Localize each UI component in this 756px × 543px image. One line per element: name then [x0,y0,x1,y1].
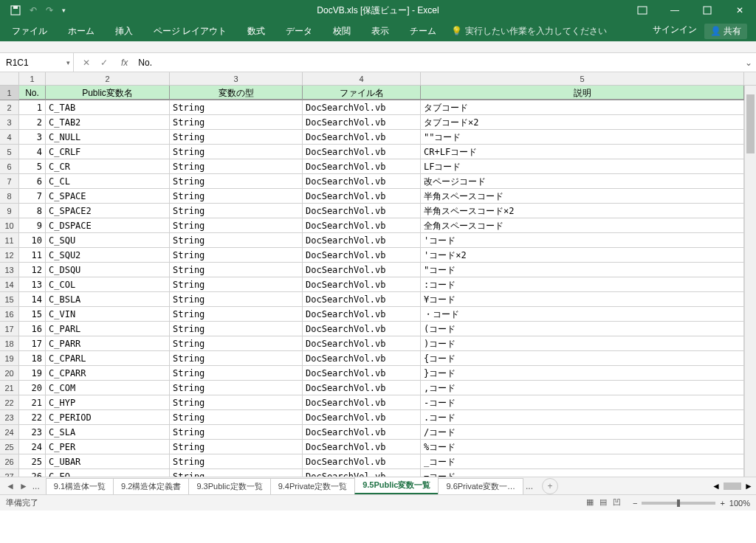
cell[interactable]: String [170,159,303,173]
scroll-right-icon[interactable]: ► [744,481,753,491]
cell[interactable]: DocSearchVol.vb [303,159,421,173]
row-header[interactable]: 14 [0,277,19,291]
cell[interactable]: DocSearchVol.vb [303,395,421,409]
cell[interactable]: 6 [19,174,46,188]
cell[interactable]: DocSearchVol.vb [303,145,421,159]
cell[interactable]: C_SQU2 [46,248,170,262]
row-header[interactable]: 6 [0,159,19,173]
row-header[interactable]: 18 [0,336,19,350]
row-header[interactable]: 1 [0,86,19,100]
cell[interactable]: CR+LFコード [421,145,744,159]
cell[interactable]: C_DSQU [46,263,170,277]
column-header[interactable]: 4 [303,72,421,85]
row-header[interactable]: 23 [0,410,19,424]
horizontal-scrollbar[interactable]: ◄ ► [712,481,756,491]
ribbon-tab[interactable]: ファイル [1,21,58,41]
cell[interactable]: _コード [421,454,744,468]
cell[interactable]: DocSearchVol.vb [303,204,421,218]
page-break-view-icon[interactable]: 凹 [613,497,621,508]
row-header[interactable]: 3 [0,115,19,129]
signin-link[interactable]: サインイン [653,24,697,39]
ribbon-tab[interactable]: ページ レイアウト [143,21,237,41]
row-header[interactable]: 9 [0,204,19,218]
row-header[interactable]: 16 [0,307,19,321]
row-header[interactable]: 27 [0,469,19,477]
vertical-scrollbar[interactable] [744,86,756,477]
cell[interactable]: 21 [19,395,46,409]
cell[interactable]: タブコード [421,100,744,114]
cell[interactable]: 変数の型 [170,86,303,100]
column-header[interactable]: 1 [19,72,46,85]
cell[interactable]: 26 [19,469,46,477]
cell[interactable]: DocSearchVol.vb [303,115,421,129]
cell[interactable]: タブコード×2 [421,115,744,129]
cell[interactable]: 'コード [421,233,744,247]
cell[interactable]: C_HYP [46,395,170,409]
sheet-nav-next-icon[interactable]: ► [19,481,28,491]
cell[interactable]: C_VIN [46,307,170,321]
minimize-icon[interactable]: — [659,0,691,21]
row-header[interactable]: 24 [0,425,19,439]
cell[interactable]: C_COM [46,381,170,395]
cell[interactable]: -コード [421,395,744,409]
row-header[interactable]: 11 [0,233,19,247]
cell[interactable]: C_PARR [46,336,170,350]
cell[interactable]: DocSearchVol.vb [303,292,421,306]
cell[interactable]: DocSearchVol.vb [303,307,421,321]
cell[interactable]: 20 [19,381,46,395]
row-header[interactable]: 17 [0,322,19,336]
ribbon-tab[interactable]: 校閲 [323,21,361,41]
cell[interactable]: String [170,100,303,114]
cell[interactable]: C_PERIOD [46,410,170,424]
cell[interactable]: (コード [421,322,744,336]
cell[interactable]: C_DSPACE [46,218,170,232]
cell[interactable]: ファイル名 [303,86,421,100]
page-layout-view-icon[interactable]: ▤ [599,497,607,508]
expand-formula-icon[interactable]: ⌄ [741,58,756,68]
cancel-icon[interactable]: ✕ [83,58,90,68]
cell[interactable]: 23 [19,425,46,439]
cell[interactable]: 25 [19,454,46,468]
sheet-tab[interactable]: 9.2構造体定義書 [113,478,189,494]
cell[interactable]: String [170,307,303,321]
cell[interactable]: 説明 [421,86,744,100]
row-header[interactable]: 22 [0,395,19,409]
cell[interactable]: C_COL [46,277,170,291]
cell[interactable]: 改ページコード [421,174,744,188]
cell[interactable]: 24 [19,440,46,454]
cell[interactable]: C_CPARR [46,366,170,380]
cell[interactable]: String [170,351,303,365]
fx-label[interactable]: fx [117,58,132,68]
row-header[interactable]: 25 [0,440,19,454]
cell[interactable]: }コード [421,366,744,380]
cell[interactable]: /コード [421,425,744,439]
cell[interactable]: String [170,204,303,218]
cell[interactable]: 16 [19,322,46,336]
cell[interactable]: ・コード [421,307,744,321]
cell[interactable]: DocSearchVol.vb [303,351,421,365]
cell[interactable]: String [170,248,303,262]
normal-view-icon[interactable]: ▦ [586,497,594,508]
cell[interactable]: C_SQU [46,233,170,247]
cell[interactable]: 4 [19,145,46,159]
ribbon-display-icon[interactable] [626,0,659,21]
sheet-tab[interactable]: 9.4Private定数一覧 [270,478,356,494]
row-header[interactable]: 5 [0,145,19,159]
cell[interactable]: DocSearchVol.vb [303,233,421,247]
cell[interactable]: DocSearchVol.vb [303,263,421,277]
row-header[interactable]: 8 [0,189,19,203]
cell[interactable]: C_PARL [46,322,170,336]
cell[interactable]: DocSearchVol.vb [303,322,421,336]
cell[interactable]: C_NULL [46,130,170,144]
close-icon[interactable]: ✕ [724,0,756,21]
cell[interactable]: 19 [19,366,46,380]
cell[interactable]: .コード [421,410,744,424]
row-header[interactable]: 13 [0,263,19,277]
cell[interactable]: String [170,454,303,468]
cell[interactable]: String [170,336,303,350]
row-header[interactable]: 19 [0,351,19,365]
ribbon-tab[interactable]: 数式 [237,21,275,41]
formula-input[interactable]: No. [132,58,741,68]
cell[interactable]: 9 [19,218,46,232]
cell[interactable]: String [170,440,303,454]
